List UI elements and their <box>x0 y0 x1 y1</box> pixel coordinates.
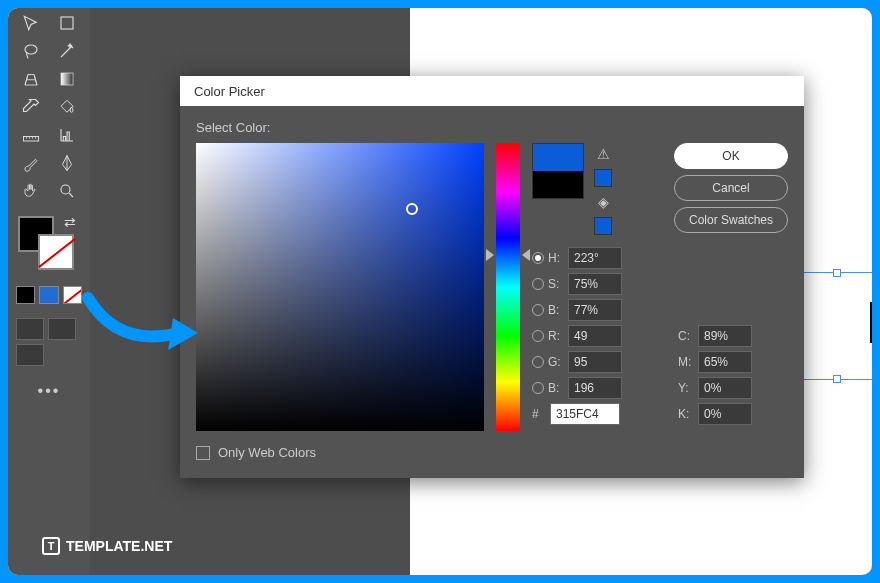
g-radio[interactable] <box>532 356 544 368</box>
color-marker-icon <box>406 203 418 215</box>
selection-bounds[interactable] <box>792 272 872 380</box>
tools-panel: ⇄ ••• <box>8 8 90 575</box>
cube-swatch[interactable] <box>594 217 612 235</box>
more-tools-icon[interactable]: ••• <box>16 382 82 400</box>
brush-tool-icon[interactable] <box>16 150 46 176</box>
hue-handle-right-icon <box>522 249 530 261</box>
b2-input[interactable] <box>568 377 622 399</box>
stroke-swatch[interactable] <box>38 234 74 270</box>
ruler-tool-icon[interactable] <box>16 122 46 148</box>
warning-icon[interactable]: ⚠ <box>594 145 612 163</box>
s-input[interactable] <box>568 273 622 295</box>
color-picker-dialog: Color Picker Select Color: <box>180 76 804 478</box>
y-input[interactable] <box>698 377 752 399</box>
ok-button[interactable]: OK <box>674 143 788 169</box>
watermark-icon: T <box>42 537 60 555</box>
fill-stroke-swatches[interactable]: ⇄ <box>16 216 82 276</box>
cancel-button[interactable]: Cancel <box>674 175 788 201</box>
s-radio[interactable] <box>532 278 544 290</box>
svg-point-1 <box>25 45 37 54</box>
none-mode-icon[interactable] <box>63 286 82 304</box>
hand-tool-icon[interactable] <box>16 178 46 204</box>
selection-tool-icon[interactable] <box>16 10 46 36</box>
gradient-tool-icon[interactable] <box>52 66 82 92</box>
svg-rect-2 <box>61 73 73 85</box>
k-input[interactable] <box>698 403 752 425</box>
watermark: T TEMPLATE.NET <box>42 537 172 555</box>
svg-rect-3 <box>24 137 39 142</box>
draw-mode-icon[interactable] <box>16 318 44 340</box>
h-input[interactable] <box>568 247 622 269</box>
draw-mode-2-icon[interactable] <box>48 318 76 340</box>
eyedropper-tool-icon[interactable] <box>16 94 46 120</box>
select-color-label: Select Color: <box>196 120 788 135</box>
color-field[interactable] <box>196 143 484 431</box>
svg-rect-0 <box>61 17 73 29</box>
text-object[interactable]: E <box>866 288 872 357</box>
gradient-mode-icon[interactable] <box>39 286 58 304</box>
lasso-tool-icon[interactable] <box>16 38 46 64</box>
bucket-tool-icon[interactable] <box>52 94 82 120</box>
g-input[interactable] <box>568 351 622 373</box>
h-radio[interactable] <box>532 252 544 264</box>
color-preview <box>532 143 584 199</box>
r-radio[interactable] <box>532 330 544 342</box>
color-mode-icon[interactable] <box>16 286 35 304</box>
artboard-tool-icon[interactable] <box>52 10 82 36</box>
dialog-title: Color Picker <box>180 76 804 106</box>
warning-swatch[interactable] <box>594 169 612 187</box>
perspective-tool-icon[interactable] <box>16 66 46 92</box>
c-input[interactable] <box>698 325 752 347</box>
zoom-tool-icon[interactable] <box>52 178 82 204</box>
hue-slider[interactable] <box>496 143 520 431</box>
wand-tool-icon[interactable] <box>52 38 82 64</box>
cube-icon[interactable]: ◈ <box>594 193 612 211</box>
color-swatches-button[interactable]: Color Swatches <box>674 207 788 233</box>
screen-mode-icon[interactable] <box>16 344 44 366</box>
swap-colors-icon[interactable]: ⇄ <box>64 214 76 230</box>
hue-handle-left-icon <box>486 249 494 261</box>
graph-tool-icon[interactable] <box>52 122 82 148</box>
m-input[interactable] <box>698 351 752 373</box>
svg-point-4 <box>61 185 70 194</box>
b-input[interactable] <box>568 299 622 321</box>
pen-tool-icon[interactable] <box>52 150 82 176</box>
b-radio[interactable] <box>532 304 544 316</box>
hex-input[interactable] <box>550 403 620 425</box>
r-input[interactable] <box>568 325 622 347</box>
web-colors-label: Only Web Colors <box>218 445 316 460</box>
web-colors-checkbox[interactable] <box>196 446 210 460</box>
b2-radio[interactable] <box>532 382 544 394</box>
